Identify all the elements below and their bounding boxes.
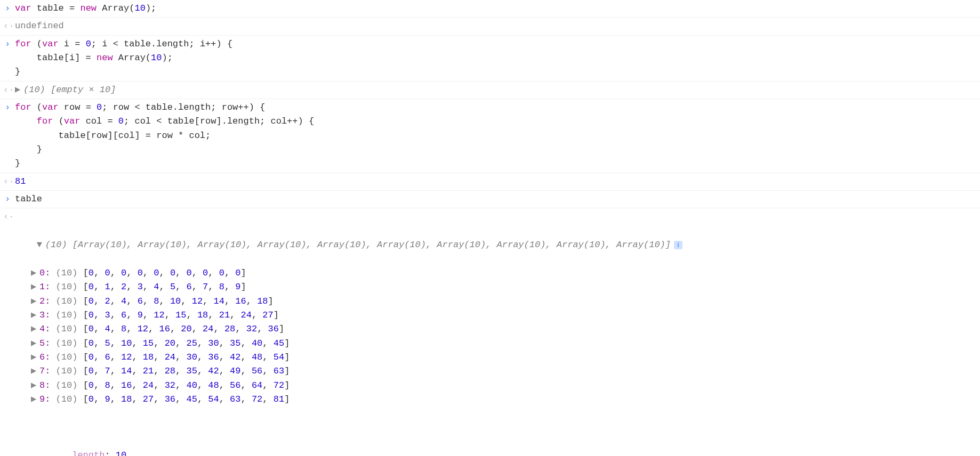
console-output-row: ‹·undefined	[0, 17, 980, 35]
comma: ,	[208, 268, 219, 278]
array-value: 0	[89, 352, 94, 362]
array-count: (10)	[56, 282, 78, 292]
length-property: ▶length: 10	[15, 435, 980, 456]
array-value: 7	[105, 366, 110, 376]
array-count: (10)	[45, 240, 73, 250]
disclosure-triangle-down-icon[interactable]: ▼	[37, 238, 43, 252]
comma: ,	[148, 324, 159, 334]
array-index-row[interactable]: ▶4: (10) [0, 4, 8, 12, 16, 20, 24, 28, 3…	[15, 322, 980, 336]
array-value: 12	[154, 310, 164, 320]
disclosure-triangle-icon[interactable]: ▶	[15, 83, 21, 97]
comma: ,	[94, 338, 105, 348]
comma: ,	[219, 366, 230, 376]
code-token: ; i < table.length; i++) {	[91, 39, 232, 49]
array-index-row[interactable]: ▶5: (10) [0, 5, 10, 15, 20, 25, 30, 35, …	[15, 337, 980, 351]
disclosure-triangle-icon[interactable]: ▶	[31, 295, 37, 308]
array-count: (10)	[56, 366, 78, 376]
array-value: 18	[121, 394, 132, 404]
bracket: ]	[284, 380, 290, 390]
disclosure-triangle-icon[interactable]: ▶	[31, 364, 37, 378]
code-token: table[row][col] = row * col;	[15, 131, 211, 141]
comma: ,	[230, 310, 240, 320]
array-value: 12	[121, 352, 132, 362]
comma: ,	[110, 268, 121, 278]
disclosure-triangle-icon[interactable]: ▶	[31, 393, 37, 406]
comma: ,	[197, 366, 208, 376]
code-token: undefined	[15, 21, 64, 31]
comma: ,	[132, 380, 142, 390]
disclosure-triangle-icon[interactable]: ▶	[31, 322, 37, 336]
comma: ,	[94, 352, 105, 362]
comma: ,	[219, 352, 230, 362]
disclosure-triangle-icon[interactable]: ▶	[31, 308, 37, 322]
disclosure-triangle-icon[interactable]: ▶	[31, 280, 37, 294]
array-value: 24	[143, 380, 154, 390]
comma: ,	[175, 394, 186, 404]
array-index-row[interactable]: ▶8: (10) [0, 8, 16, 24, 32, 40, 48, 56, …	[15, 379, 980, 393]
console-input-row: ›table	[0, 190, 980, 208]
array-value: 30	[208, 338, 219, 348]
code-token: 10	[134, 3, 145, 13]
array-value: 28	[165, 366, 175, 376]
array-index-row[interactable]: ▶0: (10) [0, 0, 0, 0, 0, 0, 0, 0, 0, 0]	[15, 266, 980, 280]
array-index: 2:	[39, 296, 50, 306]
array-value: 6	[105, 352, 110, 362]
comma: ,	[257, 324, 268, 334]
code-token: Array(	[102, 3, 134, 13]
array-value: 10	[170, 296, 181, 306]
array-value: 15	[143, 338, 154, 348]
array-value: 40	[252, 338, 262, 348]
array-count: (10)	[56, 380, 78, 390]
array-index-row[interactable]: ▶1: (10) [0, 1, 2, 3, 4, 5, 6, 7, 8, 9]	[15, 280, 980, 294]
disclosure-triangle-icon[interactable]: ▶	[31, 379, 37, 393]
comma: ,	[241, 394, 252, 404]
comma: ,	[192, 268, 203, 278]
array-value: 6	[138, 296, 143, 306]
array-value: 35	[186, 366, 197, 376]
array-value: 0	[89, 310, 94, 320]
array-index-row[interactable]: ▶3: (10) [0, 3, 6, 9, 12, 15, 18, 21, 24…	[15, 308, 980, 322]
array-value: 0	[138, 268, 143, 278]
input-prompt-icon: ›	[3, 192, 12, 206]
array-value: 20	[165, 338, 175, 348]
disclosure-triangle-icon[interactable]: ▶	[31, 266, 37, 280]
comma: ,	[241, 338, 252, 348]
array-index-row[interactable]: ▶2: (10) [0, 2, 4, 6, 8, 10, 12, 14, 16,…	[15, 295, 980, 308]
comma: ,	[181, 296, 191, 306]
comma: ,	[132, 394, 142, 404]
disclosure-triangle-icon[interactable]: ▶	[31, 337, 37, 351]
code-token: table =	[37, 3, 81, 13]
array-value: 6	[186, 282, 191, 292]
array-value: 8	[219, 282, 224, 292]
code-token: new	[97, 53, 118, 63]
input-prompt-icon: ›	[3, 2, 12, 15]
length-value: 10	[116, 450, 126, 456]
comma: ,	[186, 310, 197, 320]
code-token: new	[80, 3, 102, 13]
code-token	[15, 116, 37, 126]
comma: ,	[143, 268, 154, 278]
array-index-row[interactable]: ▶9: (10) [0, 9, 18, 27, 36, 45, 54, 63, …	[15, 393, 980, 406]
array-index-row[interactable]: ▶6: (10) [0, 6, 12, 18, 24, 30, 36, 42, …	[15, 351, 980, 364]
code-token: var	[42, 102, 64, 112]
array-value: 7	[203, 282, 208, 292]
comma: ,	[224, 282, 235, 292]
info-icon[interactable]: i	[674, 241, 682, 249]
code-token: table	[15, 194, 42, 204]
comma: ,	[203, 296, 213, 306]
comma: ,	[235, 324, 246, 334]
comma: ,	[94, 394, 105, 404]
comma: ,	[154, 380, 164, 390]
array-value: 32	[165, 380, 175, 390]
array-value: 54	[274, 352, 284, 362]
array-index-row[interactable]: ▶7: (10) [0, 7, 14, 21, 28, 35, 42, 49, …	[15, 364, 980, 378]
comma: ,	[126, 296, 137, 306]
array-value: 48	[208, 380, 219, 390]
array-value: 18	[257, 296, 268, 306]
disclosure-triangle-icon[interactable]: ▶	[31, 351, 37, 364]
bracket: [	[83, 296, 89, 306]
array-value: 0	[89, 380, 94, 390]
code-token: 0	[97, 102, 102, 112]
length-label: length	[72, 450, 105, 456]
array-value: 0	[235, 268, 240, 278]
